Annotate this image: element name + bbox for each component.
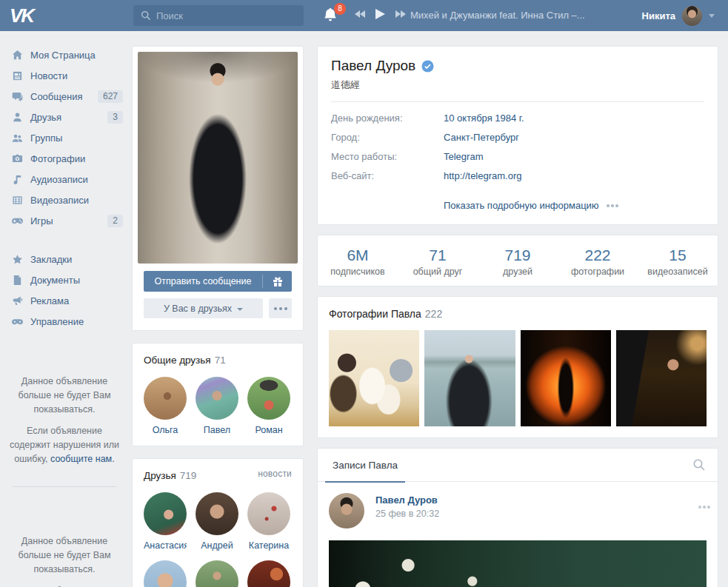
more-icon: [698, 506, 701, 509]
avatar: [144, 492, 187, 535]
photos-card: Фотографии Павла222: [317, 296, 718, 438]
next-track-icon[interactable]: [394, 10, 406, 19]
friend-item[interactable]: Юрий: [144, 560, 187, 587]
friends-header[interactable]: новости Друзья719: [144, 469, 292, 482]
sidebar-item-management[interactable]: Управление: [11, 311, 132, 332]
account-menu[interactable]: Никита: [642, 0, 715, 31]
detail-row-work: Место работы: Telegram: [331, 151, 704, 162]
friends-grid-row2: Юрий Антон Иннокент...: [144, 560, 292, 587]
birthday-link[interactable]: 10 октября 1984 г.: [444, 113, 524, 124]
profile-counters: 6M подписчиков 71 общий друг 719 друзей …: [317, 235, 718, 286]
sidebar-item-bookmarks[interactable]: Закладки: [11, 249, 132, 269]
photos-count: 222: [425, 308, 442, 320]
chevron-down-icon: [709, 14, 715, 18]
sidebar-item-my-page[interactable]: Моя Страница: [11, 44, 132, 65]
detail-row-birthday: День рождения: 10 октября 1984 г.: [331, 113, 704, 124]
megaphone-icon: [11, 295, 23, 306]
sidebar-item-audio[interactable]: Аудиозаписи: [11, 169, 132, 189]
post-author-avatar[interactable]: [329, 493, 364, 529]
sidebar-item-games[interactable]: Игры 2: [11, 210, 132, 231]
post-image[interactable]: [329, 540, 707, 587]
profile-main-column: Павел Дуров 道德經 День рождения: 10 октябр…: [317, 31, 718, 587]
header-search: [133, 5, 304, 26]
friend-item[interactable]: Павел: [196, 377, 238, 435]
common-friends-header[interactable]: Общие друзья71: [144, 353, 292, 366]
friend-icon: [11, 111, 23, 123]
city-link[interactable]: Санкт-Петербург: [444, 132, 519, 143]
friend-item[interactable]: Роман: [247, 377, 290, 435]
star-icon: [11, 253, 23, 265]
report-ad-link[interactable]: сообщите нам.: [50, 454, 115, 464]
post-more-button[interactable]: [698, 498, 701, 511]
common-friends-count: 71: [215, 355, 226, 366]
sidebar-divider: [13, 486, 116, 487]
sidebar-item-ads[interactable]: Реклама: [11, 290, 132, 311]
photo-thumbnail[interactable]: [329, 330, 419, 426]
previous-track-icon[interactable]: [355, 10, 367, 19]
now-playing-title[interactable]: Михей и Джуманжи feat. Инна Стил –...: [410, 10, 585, 21]
profile-more-button[interactable]: [269, 298, 292, 318]
groups-icon: [11, 132, 23, 144]
avatar: [247, 377, 290, 420]
send-message-button[interactable]: Отправить сообщение: [144, 271, 292, 292]
counter-photos[interactable]: 222 фотографии: [558, 245, 638, 277]
avatar: [196, 560, 238, 587]
sidebar-item-video[interactable]: Видеозаписи: [11, 189, 132, 210]
gift-button[interactable]: [263, 271, 292, 292]
website-link[interactable]: http://telegram.org: [444, 170, 522, 181]
sidebar-item-messages[interactable]: Сообщения 627: [11, 86, 132, 107]
sidebar-item-news[interactable]: Новости: [11, 65, 132, 86]
account-name: Никита: [642, 10, 675, 21]
music-icon: [11, 173, 23, 185]
photo-thumbnail[interactable]: [521, 330, 611, 426]
wall-search-icon[interactable]: [692, 458, 706, 472]
counter-friends[interactable]: 719 друзей: [478, 245, 558, 277]
vk-logo[interactable]: VK: [10, 4, 33, 27]
show-more-info-link[interactable]: Показать подробную информацию: [444, 200, 599, 211]
common-friends-grid: Ольга Павел Роман: [144, 377, 292, 435]
search-input[interactable]: [133, 5, 304, 26]
wall-tab-posts[interactable]: Записи Павла: [325, 449, 405, 482]
photo-thumbnail[interactable]: [616, 330, 707, 426]
avatar: [196, 377, 238, 420]
friend-item[interactable]: Катерина: [247, 492, 290, 551]
common-friends-card: Общие друзья71 Ольга Павел Роман: [132, 343, 304, 446]
avatar: [144, 560, 187, 587]
friend-status-row: У Вас в друзьях: [144, 298, 292, 318]
friend-item[interactable]: Андрей: [196, 492, 238, 551]
friends-count: 719: [180, 470, 197, 481]
photo-thumbnail[interactable]: [424, 330, 515, 426]
friends-news-link[interactable]: новости: [258, 469, 292, 479]
sidebar-item-groups[interactable]: Группы: [11, 127, 132, 148]
profile-photo[interactable]: [138, 52, 298, 264]
sidebar-item-photos[interactable]: Фотографии: [11, 148, 132, 169]
verified-icon[interactable]: [421, 60, 434, 73]
post-date[interactable]: 25 фев в 20:32: [375, 509, 707, 519]
photos-header[interactable]: Фотографии Павла222: [329, 307, 707, 321]
friend-item[interactable]: Ольга: [144, 377, 187, 435]
friend-item[interactable]: Антон: [196, 560, 238, 587]
workplace-link[interactable]: Telegram: [444, 151, 483, 162]
detail-row-city: Город: Санкт-Петербург: [331, 132, 704, 143]
friend-item[interactable]: Иннокент...: [247, 560, 290, 587]
friend-item[interactable]: Анастасия: [144, 492, 187, 551]
post-author-name[interactable]: Павел Дуров: [375, 493, 707, 506]
ad-text: Если объявление содержит нарушения или о…: [9, 424, 120, 466]
sidebar-item-friends[interactable]: Друзья 3: [11, 107, 132, 127]
friends-count-badge: 3: [107, 111, 123, 124]
ad-text: Данное объявление больше не будет Вам по…: [9, 534, 120, 577]
profile-status[interactable]: 道德經: [331, 78, 704, 92]
avatar: [247, 492, 290, 535]
counter-followers[interactable]: 6M подписчиков: [318, 245, 398, 277]
counter-videos[interactable]: 15 видеозаписей: [638, 245, 718, 277]
sidebar-item-documents[interactable]: Документы: [11, 269, 132, 290]
video-icon: [11, 194, 23, 206]
notifications-button[interactable]: 8: [323, 7, 339, 24]
more-icon: [274, 307, 277, 310]
play-icon[interactable]: [375, 9, 385, 19]
counter-common-friends[interactable]: 71 общий друг: [398, 245, 478, 277]
photos-strip: [329, 330, 707, 426]
wall-card: Записи Павла Павел Дуров 25 фев в 20:32: [317, 448, 718, 587]
friend-status-button[interactable]: У Вас в друзьях: [144, 298, 263, 318]
home-icon: [11, 49, 23, 61]
